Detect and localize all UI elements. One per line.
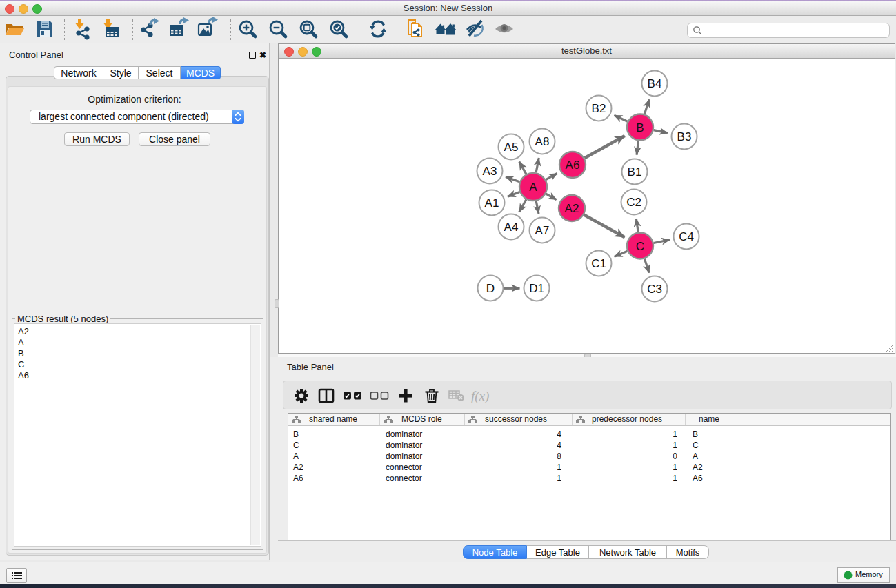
svg-text:A4: A4 bbox=[504, 221, 519, 234]
svg-text:MCDS role: MCDS role bbox=[401, 414, 442, 424]
svg-text:A: A bbox=[529, 181, 537, 194]
svg-text:A3: A3 bbox=[483, 165, 497, 178]
svg-text:A1: A1 bbox=[485, 196, 499, 210]
svg-text:A5: A5 bbox=[504, 141, 519, 154]
svg-text:A6: A6 bbox=[566, 159, 580, 172]
svg-text:shared name: shared name bbox=[309, 414, 357, 424]
svg-text:B4: B4 bbox=[648, 77, 662, 90]
svg-text:B: B bbox=[636, 121, 644, 134]
svg-text:A8: A8 bbox=[535, 135, 550, 148]
svg-text:A7: A7 bbox=[535, 224, 550, 237]
svg-text:C4: C4 bbox=[679, 230, 694, 243]
svg-text:f(x): f(x) bbox=[471, 389, 489, 404]
svg-text:C3: C3 bbox=[647, 283, 662, 296]
svg-text:D: D bbox=[486, 282, 495, 295]
svg-text:C1: C1 bbox=[591, 257, 606, 270]
svg-text:C2: C2 bbox=[626, 196, 641, 209]
svg-text:predecessor nodes: predecessor nodes bbox=[592, 414, 662, 424]
svg-text:name: name bbox=[699, 414, 719, 424]
svg-text:B1: B1 bbox=[628, 165, 642, 179]
svg-text:successor nodes: successor nodes bbox=[485, 414, 547, 424]
svg-text:D1: D1 bbox=[529, 282, 544, 295]
svg-text:A2: A2 bbox=[565, 202, 579, 215]
svg-text:B2: B2 bbox=[592, 102, 606, 115]
svg-text:C: C bbox=[636, 240, 644, 253]
svg-text:B3: B3 bbox=[677, 130, 692, 143]
